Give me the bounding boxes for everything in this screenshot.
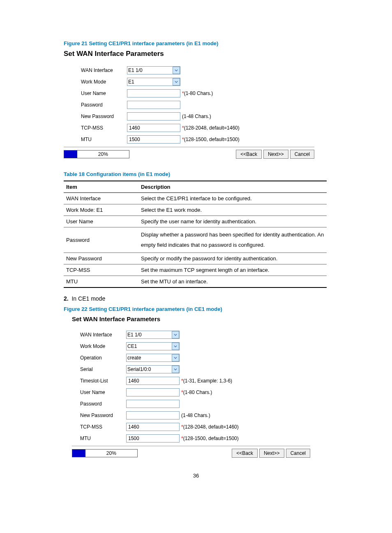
input-password[interactable] xyxy=(127,101,180,109)
chevron-down-icon xyxy=(173,78,180,86)
form-panel-e1: WAN Interface E1 1/0 Work Mode E1 User N… xyxy=(64,66,314,159)
input-tcp-mss[interactable] xyxy=(126,423,180,431)
label-tcp-mss: TCP-MSS xyxy=(80,424,126,430)
cancel-button[interactable]: Cancel xyxy=(286,449,310,458)
label-user-name: User Name xyxy=(80,389,126,395)
chevron-down-icon xyxy=(172,366,179,373)
select-value: Serial1/0:0 xyxy=(127,366,151,372)
th-desc: Description xyxy=(138,181,327,193)
hint-user-name: *(1-80 Chars.) xyxy=(182,90,213,96)
label-new-password: New Password xyxy=(80,412,126,418)
input-mtu[interactable] xyxy=(126,434,180,443)
step-item: 2. In CE1 mode xyxy=(64,295,328,302)
label-wan-interface: WAN Interface xyxy=(80,332,126,338)
table-row: TCP-MSSSet the maximum TCP segment lengt… xyxy=(64,264,327,276)
th-item: Item xyxy=(64,181,138,193)
hint-tcp-mss: *(128-2048, default=1460) xyxy=(181,424,239,430)
label-mtu: MTU xyxy=(80,436,126,441)
input-mtu[interactable] xyxy=(127,135,180,144)
input-user-name[interactable] xyxy=(126,388,180,396)
chevron-down-icon xyxy=(172,354,179,362)
table-row: New PasswordSpecify or modify the passwo… xyxy=(64,253,327,264)
label-operation: Operation xyxy=(80,355,126,361)
input-new-password[interactable] xyxy=(126,411,180,419)
label-password: Password xyxy=(80,401,126,407)
next-button[interactable]: Next>> xyxy=(259,449,284,458)
chevron-down-icon xyxy=(172,331,179,338)
label-serial: Serial xyxy=(80,366,126,372)
progress-bar: 20% xyxy=(72,449,138,457)
select-value: create xyxy=(127,355,141,361)
progress-text: 20% xyxy=(77,151,129,157)
hint-timeslot: *(1-31, Example: 1,3-6) xyxy=(181,378,232,384)
hint-user-name: *(1-80 Chars.) xyxy=(181,389,212,395)
select-value: E1 1/0 xyxy=(128,67,143,73)
chevron-down-icon xyxy=(173,67,180,74)
label-new-password: New Password xyxy=(81,114,127,119)
config-table: Item Description WAN InterfaceSelect the… xyxy=(64,181,327,288)
chevron-down-icon xyxy=(172,343,179,350)
page-number: 36 xyxy=(64,473,328,479)
label-password: Password xyxy=(81,102,127,108)
select-work-mode[interactable]: CE1 xyxy=(126,342,180,350)
hint-new-password: (1-48 Chars.) xyxy=(181,412,210,418)
select-value: E1 1/0 xyxy=(127,332,142,338)
step-text: In CE1 mode xyxy=(71,295,105,302)
back-button[interactable]: <<Back xyxy=(236,150,262,159)
back-button[interactable]: <<Back xyxy=(232,449,258,458)
hint-tcp-mss: *(128-2048, default=1460) xyxy=(182,125,240,131)
progress-text: 20% xyxy=(85,450,137,456)
input-timeslot-list[interactable] xyxy=(126,377,180,385)
panel-title: Set WAN Interface Parameters xyxy=(64,50,328,58)
hint-new-password: (1-48 Chars.) xyxy=(182,114,211,119)
label-tcp-mss: TCP-MSS xyxy=(81,125,127,131)
hint-mtu: *(128-1500, default=1500) xyxy=(181,436,239,441)
next-button[interactable]: Next>> xyxy=(263,150,288,159)
select-value: CE1 xyxy=(127,343,137,349)
select-work-mode[interactable]: E1 xyxy=(127,78,180,86)
label-work-mode: Work Mode xyxy=(81,79,127,85)
form-panel-ce1: WAN Interface E1 1/0 Work Mode CE1 Opera… xyxy=(72,331,310,458)
label-mtu: MTU xyxy=(81,137,127,142)
cancel-button[interactable]: Cancel xyxy=(290,150,314,159)
select-operation[interactable]: create xyxy=(126,354,180,362)
table-row: User NameSpecify the user name for ident… xyxy=(64,216,327,227)
progress-bar: 20% xyxy=(64,150,129,158)
select-wan-interface[interactable]: E1 1/0 xyxy=(126,331,180,339)
label-user-name: User Name xyxy=(81,90,127,96)
table-row: MTUSet the MTU of an interface. xyxy=(64,276,327,288)
table-row: Work Mode: E1Select the E1 work mode. xyxy=(64,204,327,216)
hint-mtu: *(128-1500, default=1500) xyxy=(182,137,240,142)
panel-title: Set WAN Interface Parameters xyxy=(72,315,328,322)
label-timeslot-list: Timeslot-List xyxy=(80,378,126,384)
label-wan-interface: WAN Interface xyxy=(81,67,127,73)
input-tcp-mss[interactable] xyxy=(127,124,180,132)
label-work-mode: Work Mode xyxy=(80,343,126,349)
figure-caption: Figure 21 Setting CE1/PR1 interface para… xyxy=(64,40,328,46)
table-row: WAN InterfaceSelect the CE1/PR1 interfac… xyxy=(64,193,327,204)
select-wan-interface[interactable]: E1 1/0 xyxy=(127,66,180,74)
figure-caption: Figure 22 Setting CE1/PR1 interface para… xyxy=(64,306,328,312)
table-caption: Table 18 Configuration items (in E1 mode… xyxy=(64,171,328,177)
select-serial[interactable]: Serial1/0:0 xyxy=(126,365,180,373)
select-value: E1 xyxy=(128,79,134,85)
input-user-name[interactable] xyxy=(127,89,180,97)
table-row: PasswordDisplay whether a password has b… xyxy=(64,227,327,253)
input-new-password[interactable] xyxy=(127,112,180,121)
input-password[interactable] xyxy=(126,400,180,408)
step-number: 2. xyxy=(64,295,69,302)
